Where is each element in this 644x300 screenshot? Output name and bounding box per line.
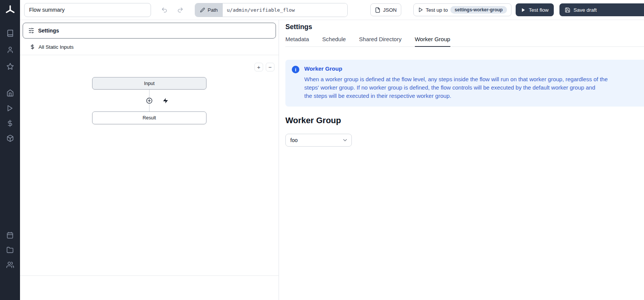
sidebar-group-main bbox=[0, 85, 20, 146]
sidebar-item-runs[interactable] bbox=[0, 101, 20, 116]
zoom-controls: + − bbox=[254, 63, 274, 71]
calendar-icon bbox=[6, 232, 14, 239]
test-flow-button[interactable]: Test flow bbox=[516, 3, 554, 16]
save-draft-label: Save draft bbox=[573, 7, 597, 13]
pencil-icon bbox=[200, 8, 205, 12]
worker-group-section-title: Worker Group bbox=[285, 116, 644, 125]
book-icon bbox=[6, 29, 14, 37]
test-up-to-step-badge: settings-worker-group bbox=[450, 6, 507, 14]
sidebar-item-favorites[interactable] bbox=[0, 58, 20, 75]
tab-worker-group[interactable]: Worker Group bbox=[415, 36, 450, 47]
zoom-out-button[interactable]: − bbox=[266, 63, 274, 71]
play-filled-icon bbox=[521, 8, 526, 12]
chevron-down-icon bbox=[342, 137, 348, 143]
edit-path-button[interactable]: Path bbox=[195, 3, 223, 17]
plus-circle-icon bbox=[146, 97, 153, 104]
settings-panel: Settings Metadata Schedule Shared Direct… bbox=[279, 20, 644, 300]
path-group: Path bbox=[195, 3, 348, 17]
worker-group-select-value: foo bbox=[290, 137, 297, 143]
tab-schedule[interactable]: Schedule bbox=[322, 36, 346, 47]
play-outline-icon bbox=[418, 7, 423, 12]
save-icon bbox=[565, 7, 570, 13]
sidebar-group-top bbox=[0, 25, 20, 75]
settings-tabs: Metadata Schedule Shared Directory Worke… bbox=[285, 36, 644, 47]
redo-button[interactable] bbox=[174, 4, 186, 15]
play-icon bbox=[6, 105, 14, 112]
settings-panel-title: Settings bbox=[285, 23, 644, 31]
sidebar-item-user[interactable] bbox=[0, 42, 20, 58]
topbar: Path JSON Test up to settings-worker-gro… bbox=[20, 0, 644, 20]
worker-group-info-alert: i Worker Group When a worker group is de… bbox=[285, 60, 644, 107]
worker-group-select[interactable]: foo bbox=[285, 134, 352, 147]
tab-metadata[interactable]: Metadata bbox=[285, 36, 309, 47]
folder-icon bbox=[6, 246, 14, 254]
alert-text-line: steps' worker group. If no worker group … bbox=[304, 84, 608, 92]
flow-canvas: + − Input Result bbox=[20, 55, 279, 300]
test-flow-label: Test flow bbox=[529, 7, 549, 13]
sidebar-item-home[interactable] bbox=[0, 85, 20, 101]
app-sidebar bbox=[0, 0, 20, 300]
home-icon bbox=[6, 89, 14, 97]
users-icon bbox=[6, 261, 14, 269]
sidebar-item-variables[interactable] bbox=[0, 116, 20, 131]
dollar-icon bbox=[30, 44, 35, 49]
sidebar-group-bottom bbox=[0, 228, 20, 272]
flow-settings-button[interactable]: Settings bbox=[23, 23, 276, 39]
star-icon bbox=[6, 63, 14, 70]
flow-summary-input[interactable] bbox=[24, 3, 151, 17]
sidebar-item-folders[interactable] bbox=[0, 243, 20, 257]
sidebar-item-resources[interactable] bbox=[0, 131, 20, 146]
sidebar-item-groups[interactable] bbox=[0, 257, 20, 272]
test-up-to-label: Test up to bbox=[426, 7, 448, 13]
save-draft-button[interactable]: Save draft bbox=[559, 3, 644, 16]
json-button-label: JSON bbox=[383, 7, 397, 13]
cube-icon bbox=[6, 135, 14, 142]
undo-icon bbox=[161, 7, 168, 13]
dollar-icon bbox=[6, 120, 14, 127]
add-step-button[interactable] bbox=[146, 97, 153, 104]
windmill-logo-icon bbox=[5, 5, 16, 16]
sidebar-item-library[interactable] bbox=[0, 25, 20, 42]
canvas-bottom-divider bbox=[20, 275, 279, 276]
flow-node-input[interactable]: Input bbox=[92, 77, 206, 90]
redo-icon bbox=[177, 7, 183, 13]
json-button[interactable]: JSON bbox=[370, 3, 401, 16]
alert-title: Worker Group bbox=[304, 65, 608, 72]
alert-text-line: When a worker group is defined at the fl… bbox=[304, 75, 608, 84]
path-input[interactable] bbox=[223, 3, 347, 17]
tab-shared-directory[interactable]: Shared Directory bbox=[359, 36, 402, 47]
flow-settings-label: Settings bbox=[38, 28, 59, 34]
info-icon: i bbox=[292, 66, 299, 73]
lightning-icon bbox=[162, 97, 169, 104]
path-chip-label: Path bbox=[208, 7, 218, 13]
flow-editor-panel: Settings All Static Inputs + − Input Res… bbox=[20, 20, 279, 300]
all-static-inputs-button[interactable]: All Static Inputs bbox=[20, 39, 279, 55]
test-up-to-button[interactable]: Test up to settings-worker-group bbox=[413, 3, 512, 16]
sliders-icon bbox=[28, 28, 34, 34]
alert-content: Worker Group When a worker group is defi… bbox=[304, 65, 608, 100]
zoom-in-button[interactable]: + bbox=[254, 63, 263, 71]
flow-node-result[interactable]: Result bbox=[92, 111, 206, 124]
user-icon bbox=[6, 46, 14, 54]
all-static-inputs-label: All Static Inputs bbox=[39, 44, 74, 50]
undo-button[interactable] bbox=[159, 4, 170, 15]
alert-text-line: the steps will be executed in their resp… bbox=[304, 92, 608, 100]
windmill-logo[interactable] bbox=[0, 0, 20, 20]
sidebar-item-schedules[interactable] bbox=[0, 228, 20, 243]
trigger-button[interactable] bbox=[162, 97, 169, 105]
file-json-icon bbox=[375, 7, 381, 13]
